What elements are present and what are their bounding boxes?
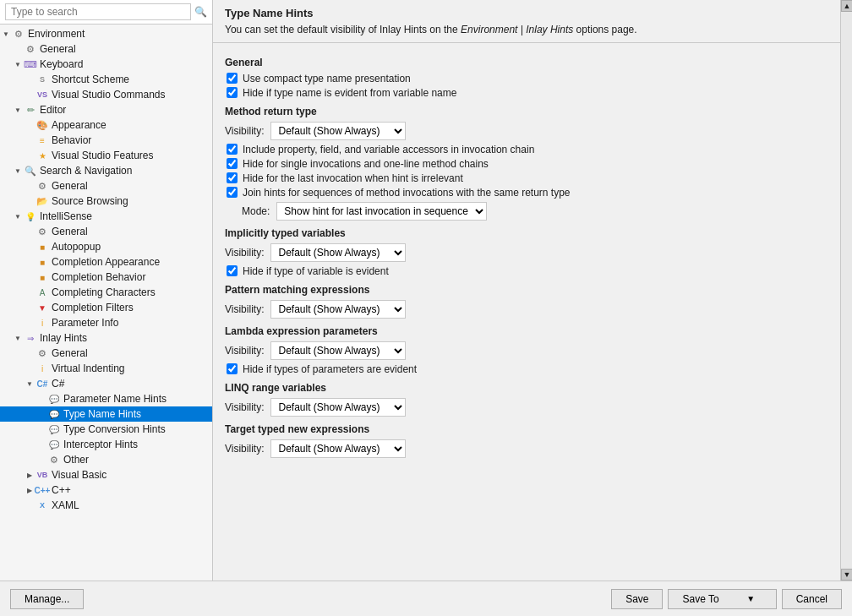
tree-item-editor[interactable]: ▼✏Editor bbox=[0, 102, 212, 117]
tree-item-param-name-hints[interactable]: 💬Parameter Name Hints bbox=[0, 391, 212, 406]
tree-item-interceptor-hints[interactable]: 💬Interceptor Hints bbox=[0, 437, 212, 452]
checkbox-label-include-property: Include property, field, and variable ac… bbox=[243, 144, 534, 155]
tree-label-other: Other bbox=[63, 454, 89, 466]
section-title-target-typed: Target typed new expressions bbox=[225, 423, 828, 435]
expand-icon-visual-basic[interactable]: ▶ bbox=[24, 472, 36, 479]
checkbox-label-hide-evident: Hide if type name is evident from variab… bbox=[243, 87, 456, 99]
checkbox-include-property[interactable] bbox=[227, 144, 238, 155]
visibility-row-visibility-pattern: Visibility:Default (Show Always)NeverAlw… bbox=[225, 300, 828, 319]
gear-icon: ⚙ bbox=[36, 179, 49, 193]
option-row-hide-last: Hide for the last invocation when hint i… bbox=[225, 172, 828, 184]
tree-item-inlay-hints[interactable]: ▼⇒Inlay Hints bbox=[0, 330, 212, 346]
tree-item-shortcut-scheme[interactable]: SShortcut Scheme bbox=[0, 72, 212, 87]
checkbox-compact-type[interactable] bbox=[227, 73, 238, 84]
tree-item-autopopup[interactable]: ■Autopopup bbox=[0, 239, 212, 254]
tree-item-completion-filters[interactable]: ▼Completion Filters bbox=[0, 300, 212, 315]
cancel-button[interactable]: Cancel bbox=[782, 589, 842, 609]
tree-item-parameter-info[interactable]: iParameter Info bbox=[0, 315, 212, 330]
tree-item-environment[interactable]: ▼⚙Environment bbox=[0, 26, 212, 41]
completion-icon: ■ bbox=[36, 240, 49, 253]
visibility-select-visibility-lambda[interactable]: Default (Show Always)NeverAlwaysPush-to-… bbox=[270, 341, 406, 360]
visibility-select-visibility-pattern[interactable]: Default (Show Always)NeverAlwaysPush-to-… bbox=[270, 300, 406, 319]
checkbox-join-hints[interactable] bbox=[227, 187, 238, 198]
checkbox-hide-evident[interactable] bbox=[227, 87, 238, 98]
checkbox-hide-evident-params[interactable] bbox=[227, 363, 238, 374]
tree-item-intellisense[interactable]: ▼💡IntelliSense bbox=[0, 209, 212, 224]
tree-item-vs-commands[interactable]: VSVisual Studio Commands bbox=[0, 87, 212, 102]
save-to-button[interactable]: Save To bbox=[668, 589, 725, 609]
tree-label-virtual-indenting: Virtual Indenting bbox=[52, 363, 125, 374]
tree-item-keyboard[interactable]: ▼⌨Keyboard bbox=[0, 57, 212, 72]
manage-button[interactable]: Manage... bbox=[10, 589, 84, 609]
checkbox-label-hide-single: Hide for single invocations and one-line… bbox=[243, 158, 489, 170]
tree-item-other[interactable]: ⚙Other bbox=[0, 452, 212, 467]
tree-item-xaml[interactable]: XXAML bbox=[0, 498, 212, 513]
option-row-hide-evident-params: Hide if types of parameters are evident bbox=[225, 363, 828, 375]
cpp-icon: C++ bbox=[36, 483, 49, 497]
hints-icon: 💬 bbox=[47, 438, 61, 451]
checkbox-hide-single[interactable] bbox=[227, 158, 238, 169]
scrollbar-right[interactable]: ▲ ▼ bbox=[840, 0, 852, 581]
checkbox-hide-evident-type[interactable] bbox=[227, 265, 238, 276]
visibility-select-visibility-method[interactable]: Default (Show Always)NeverAlwaysPush-to-… bbox=[270, 122, 406, 140]
tree-label-vs-commands: Visual Studio Commands bbox=[52, 89, 166, 101]
tree-item-general-inlay[interactable]: ⚙General bbox=[0, 346, 212, 361]
tree-label-csharp: C# bbox=[52, 378, 64, 390]
tree-item-behavior[interactable]: ≡Behavior bbox=[0, 133, 212, 148]
tree-container: ▼⚙Environment⚙General▼⌨KeyboardSShortcut… bbox=[0, 25, 212, 581]
tree-item-completion-appearance[interactable]: ■Completion Appearance bbox=[0, 254, 212, 270]
tree-item-vs-features[interactable]: ★Visual Studio Features bbox=[0, 148, 212, 163]
tree-item-search-nav[interactable]: ▼🔍Search & Navigation bbox=[0, 163, 212, 178]
search-bar: 🔍 bbox=[0, 0, 212, 25]
visibility-row-visibility-implicit: Visibility:Default (Show Always)NeverAlw… bbox=[225, 243, 828, 262]
tree-label-completion-filters: Completion Filters bbox=[52, 302, 134, 313]
mode-select-mode-method[interactable]: Show hint for last invocation in sequenc… bbox=[276, 202, 487, 221]
desc-suffix: options page. bbox=[573, 24, 636, 35]
search-input[interactable] bbox=[5, 3, 191, 20]
tree-item-general-env[interactable]: ⚙General bbox=[0, 41, 212, 57]
tree-item-general-search[interactable]: ⚙General bbox=[0, 178, 212, 194]
tree-label-general-env: General bbox=[40, 43, 76, 55]
tree-item-appearance[interactable]: 🎨Appearance bbox=[0, 117, 212, 133]
tree-item-cpp[interactable]: ▶C++C++ bbox=[0, 482, 212, 498]
tree-item-type-conversion-hints[interactable]: 💬Type Conversion Hints bbox=[0, 422, 212, 437]
tree-item-completion-behavior[interactable]: ■Completion Behavior bbox=[0, 270, 212, 285]
xaml-icon: X bbox=[36, 499, 49, 512]
gear-icon: ⚙ bbox=[36, 225, 49, 238]
checkbox-hide-last[interactable] bbox=[227, 172, 238, 183]
browse-icon: 📂 bbox=[36, 194, 49, 208]
tree-item-visual-basic[interactable]: ▶VBVisual Basic bbox=[0, 467, 212, 482]
save-button[interactable]: Save bbox=[611, 589, 663, 609]
visibility-label-visibility-method: Visibility: bbox=[225, 125, 264, 137]
option-row-hide-evident-type: Hide if type of variable is evident bbox=[225, 265, 828, 277]
tree-item-source-browsing[interactable]: 📂Source Browsing bbox=[0, 194, 212, 209]
visibility-row-visibility-method: Visibility:Default (Show Always)NeverAlw… bbox=[225, 122, 828, 140]
expand-icon-search-nav[interactable]: ▼ bbox=[12, 167, 24, 175]
option-row-join-hints: Join hints for sequences of method invoc… bbox=[225, 187, 828, 199]
expand-icon-inlay-hints[interactable]: ▼ bbox=[12, 335, 24, 342]
expand-icon-editor[interactable]: ▼ bbox=[12, 106, 24, 114]
main-container: 🔍 ▼⚙Environment⚙General▼⌨KeyboardSShortc… bbox=[0, 0, 852, 616]
expand-icon-environment[interactable]: ▼ bbox=[0, 30, 12, 38]
desc-link: Environment | Inlay Hints bbox=[461, 24, 573, 35]
hints-icon: 💬 bbox=[47, 407, 61, 421]
visibility-select-visibility-implicit[interactable]: Default (Show Always)NeverAlwaysPush-to-… bbox=[270, 243, 406, 262]
tree-label-vs-features: Visual Studio Features bbox=[52, 150, 154, 161]
tree-item-general-intellisense[interactable]: ⚙General bbox=[0, 224, 212, 239]
tree-label-general-search: General bbox=[52, 180, 88, 192]
features-icon: ★ bbox=[36, 149, 49, 162]
save-to-arrow-button[interactable]: ▼ bbox=[726, 589, 777, 609]
visibility-select-visibility-linq[interactable]: Default (Show Always)NeverAlwaysPush-to-… bbox=[270, 398, 406, 417]
tree-item-completing-characters[interactable]: ACompleting Characters bbox=[0, 285, 212, 300]
tree-item-type-name-hints[interactable]: 💬Type Name Hints bbox=[0, 406, 212, 422]
expand-icon-intellisense[interactable]: ▼ bbox=[12, 213, 24, 221]
tree-item-virtual-indenting[interactable]: iVirtual Indenting bbox=[0, 361, 212, 376]
option-row-include-property: Include property, field, and variable ac… bbox=[225, 144, 828, 155]
visibility-select-visibility-target[interactable]: Default (Show Always)NeverAlwaysPush-to-… bbox=[270, 439, 406, 458]
completion-icon: ■ bbox=[36, 255, 49, 269]
expand-icon-keyboard[interactable]: ▼ bbox=[12, 61, 24, 68]
mode-label-mode-method: Mode: bbox=[242, 205, 270, 217]
expand-icon-csharp[interactable]: ▼ bbox=[24, 380, 36, 388]
tree-item-csharp[interactable]: ▼C#C# bbox=[0, 376, 212, 391]
vb-icon: VB bbox=[36, 468, 49, 482]
